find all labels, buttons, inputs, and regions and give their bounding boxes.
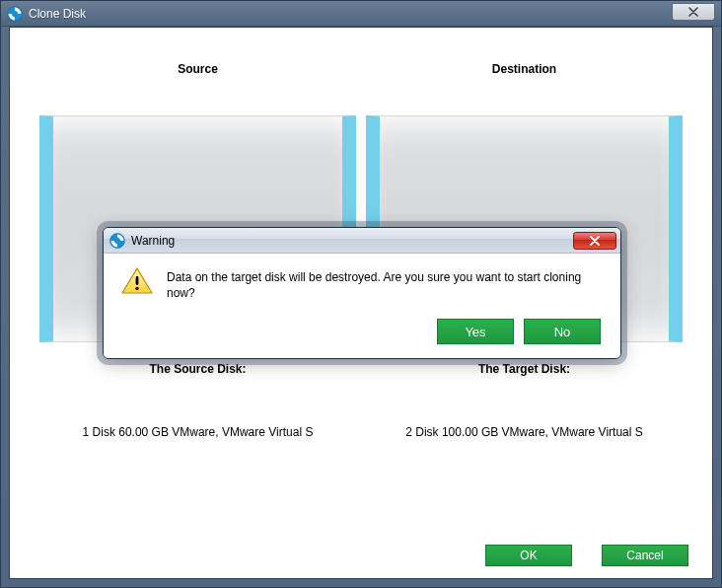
warning-titlebar: Warning bbox=[104, 228, 620, 254]
warning-buttons: Yes No bbox=[121, 319, 603, 344]
destination-header: Destination bbox=[366, 62, 683, 76]
svg-rect-2 bbox=[136, 276, 139, 285]
source-header: Source bbox=[39, 62, 356, 76]
app-icon bbox=[7, 6, 23, 22]
window-close-button[interactable] bbox=[672, 3, 715, 21]
warning-close-button[interactable] bbox=[573, 232, 616, 250]
warning-message: Data on the target disk will be destroye… bbox=[167, 267, 603, 301]
source-disk-description: 1 Disk 60.00 GB VMware, VMware Virtual S bbox=[39, 425, 356, 439]
cancel-button[interactable]: Cancel bbox=[602, 545, 688, 566]
target-disk-description: 2 Disk 100.00 GB VMware, VMware Virtual … bbox=[366, 425, 683, 439]
main-window: Clone Disk Source The Source Disk: 1 Dis… bbox=[0, 0, 722, 588]
warning-app-icon bbox=[109, 233, 125, 249]
yes-button[interactable]: Yes bbox=[437, 319, 514, 344]
warning-icon bbox=[121, 267, 153, 295]
warning-dialog: Warning bbox=[103, 227, 621, 359]
source-disk-label: The Source Disk: bbox=[39, 362, 356, 376]
warning-title: Warning bbox=[131, 234, 573, 248]
svg-point-3 bbox=[135, 287, 138, 290]
titlebar: Clone Disk bbox=[1, 1, 721, 27]
target-disk-label: The Target Disk: bbox=[366, 362, 683, 376]
dialog-buttons: OK Cancel bbox=[485, 545, 688, 566]
warning-body: Data on the target disk will be destroye… bbox=[104, 254, 620, 358]
no-button[interactable]: No bbox=[524, 319, 601, 344]
window-title: Clone Disk bbox=[29, 7, 672, 21]
ok-button[interactable]: OK bbox=[485, 545, 572, 566]
